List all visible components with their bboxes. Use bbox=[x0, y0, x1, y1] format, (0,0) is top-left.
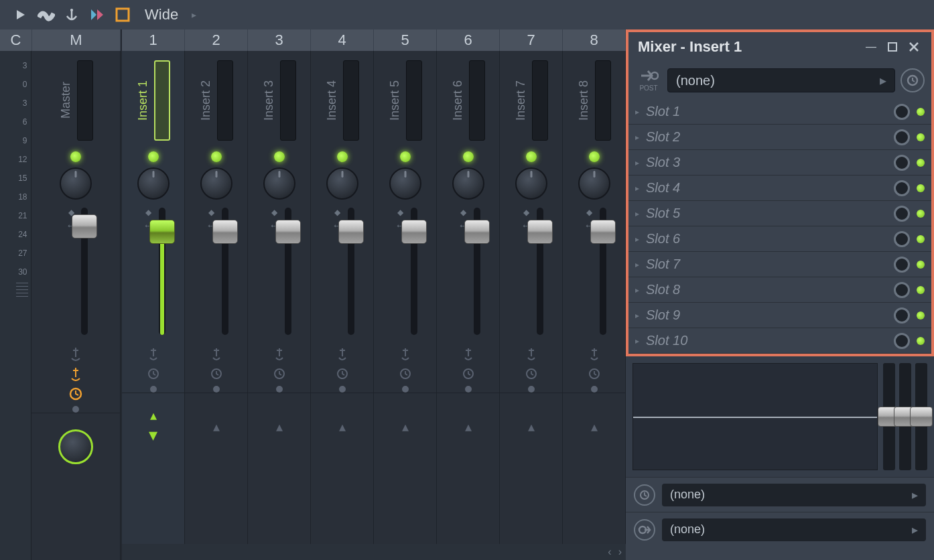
view-dropdown-icon[interactable]: ▸ bbox=[192, 9, 196, 20]
clock-icon[interactable] bbox=[586, 366, 602, 382]
fx-icon[interactable] bbox=[271, 346, 287, 362]
slot-arrow-icon[interactable]: ▸ bbox=[635, 184, 639, 193]
fx-slot-5[interactable]: ▸ Slot 5 bbox=[628, 201, 931, 226]
header-2[interactable]: 2 bbox=[185, 29, 248, 51]
output-selector[interactable]: (none) ▸ bbox=[662, 518, 926, 541]
pan-knob[interactable] bbox=[200, 167, 232, 200]
master-pan-knob[interactable] bbox=[60, 167, 92, 200]
header-8[interactable]: 8 bbox=[563, 29, 626, 51]
dock-dot[interactable] bbox=[150, 386, 157, 393]
slot-arrow-icon[interactable]: ▸ bbox=[635, 107, 639, 117]
header-4[interactable]: 4 bbox=[311, 29, 374, 51]
stereo-sep-icon[interactable]: ◆ bbox=[334, 208, 340, 217]
dock-dot[interactable] bbox=[72, 406, 79, 413]
insert-track-1[interactable]: Insert 1 ◆ ↔ ▴▾ bbox=[122, 51, 185, 544]
volume-fader[interactable] bbox=[537, 208, 543, 335]
clock-icon[interactable] bbox=[334, 366, 350, 382]
slot-enable-led[interactable] bbox=[917, 311, 925, 320]
minimize-icon[interactable]: — bbox=[863, 39, 879, 55]
send-up-icon[interactable]: ▴ bbox=[528, 419, 535, 435]
slot-mix-knob[interactable] bbox=[894, 307, 910, 324]
stereo-sep-icon[interactable]: ◆ bbox=[586, 208, 592, 217]
pan-knob[interactable] bbox=[263, 167, 295, 200]
fx-slot-7[interactable]: ▸ Slot 7 bbox=[628, 252, 931, 277]
clock-icon[interactable] bbox=[271, 366, 287, 382]
dock-dot[interactable] bbox=[339, 386, 346, 393]
h-scroll[interactable]: ‹ › bbox=[122, 544, 626, 560]
dock-dot[interactable] bbox=[213, 386, 220, 393]
panel-titlebar[interactable]: Mixer - Insert 1 — bbox=[628, 32, 931, 62]
pan-knob[interactable] bbox=[326, 167, 358, 200]
insert-track-6[interactable]: Insert 6 ◆ ↔ ▴ bbox=[437, 51, 500, 544]
clock-icon[interactable] bbox=[523, 366, 539, 382]
clock-icon[interactable] bbox=[397, 366, 413, 382]
send-up-icon[interactable]: ▴ bbox=[591, 419, 598, 435]
slot-arrow-icon[interactable]: ▸ bbox=[635, 285, 639, 295]
mute-led[interactable] bbox=[526, 151, 537, 162]
mute-led[interactable] bbox=[337, 151, 348, 162]
slot-arrow-icon[interactable]: ▸ bbox=[635, 260, 639, 269]
header-5[interactable]: 5 bbox=[374, 29, 437, 51]
send-down-icon[interactable]: ▾ bbox=[149, 425, 157, 445]
output-routing-icon[interactable] bbox=[634, 519, 655, 541]
mute-led[interactable] bbox=[274, 151, 285, 162]
stereo-sep-icon[interactable]: ◆ bbox=[523, 208, 529, 217]
play-icon[interactable] bbox=[12, 6, 29, 23]
scroll-right-icon[interactable]: › bbox=[618, 546, 622, 558]
slot-mix-knob[interactable] bbox=[894, 257, 910, 273]
slot-mix-knob[interactable] bbox=[894, 333, 910, 349]
fx-icon[interactable] bbox=[68, 346, 84, 362]
slot-arrow-icon[interactable]: ▸ bbox=[635, 133, 639, 142]
slot-mix-knob[interactable] bbox=[894, 104, 910, 120]
delay-selector[interactable]: (none) ▸ bbox=[662, 484, 926, 506]
square-icon[interactable] bbox=[114, 6, 131, 23]
fx-icon[interactable] bbox=[145, 346, 161, 362]
scroll-left-icon[interactable]: ‹ bbox=[608, 546, 611, 558]
wave-icon[interactable] bbox=[38, 6, 55, 23]
slot-arrow-icon[interactable]: ▸ bbox=[635, 158, 639, 167]
clock-icon[interactable] bbox=[460, 366, 476, 382]
mute-led[interactable] bbox=[400, 151, 411, 162]
send-up-icon[interactable]: ▴ bbox=[276, 419, 283, 435]
fx-slot-6[interactable]: ▸ Slot 6 bbox=[628, 226, 931, 252]
volume-fader[interactable] bbox=[348, 208, 354, 335]
post-routing-icon[interactable]: POST bbox=[635, 68, 662, 92]
send-up-icon[interactable]: ▴ bbox=[213, 419, 220, 435]
header-m[interactable]: M bbox=[32, 29, 121, 51]
pan-knob[interactable] bbox=[452, 167, 484, 200]
header-6[interactable]: 6 bbox=[437, 29, 500, 51]
slot-mix-knob[interactable] bbox=[894, 282, 910, 298]
eq-high-slider[interactable] bbox=[915, 363, 927, 470]
anchor-icon[interactable] bbox=[63, 6, 80, 23]
send-up-icon[interactable]: ▴ bbox=[339, 419, 346, 435]
slot-enable-led[interactable] bbox=[917, 337, 925, 345]
volume-fader[interactable] bbox=[159, 208, 165, 335]
slot-arrow-icon[interactable]: ▸ bbox=[635, 336, 639, 346]
slot-enable-led[interactable] bbox=[917, 235, 925, 243]
send-up-icon[interactable]: ▴ bbox=[150, 407, 157, 423]
slot-enable-led[interactable] bbox=[917, 108, 925, 116]
dock-dot[interactable] bbox=[402, 386, 409, 393]
fx-slot-4[interactable]: ▸ Slot 4 bbox=[628, 176, 931, 201]
fx-slot-3[interactable]: ▸ Slot 3 bbox=[628, 150, 931, 176]
header-1[interactable]: 1 bbox=[122, 29, 185, 51]
header-3[interactable]: 3 bbox=[248, 29, 311, 51]
master-mute-led[interactable] bbox=[70, 151, 81, 162]
stereo-sep-icon[interactable]: ◆ bbox=[460, 208, 466, 217]
close-icon[interactable] bbox=[906, 39, 922, 55]
pan-knob[interactable] bbox=[578, 167, 610, 200]
pan-knob[interactable] bbox=[137, 167, 170, 200]
delay-clock-icon[interactable] bbox=[634, 484, 655, 506]
slot-mix-knob[interactable] bbox=[894, 180, 910, 196]
dock-dot[interactable] bbox=[465, 386, 472, 393]
fx-icon[interactable] bbox=[208, 346, 224, 362]
slot-arrow-icon[interactable]: ▸ bbox=[635, 234, 639, 244]
volume-fader[interactable] bbox=[600, 208, 606, 335]
fx-icon[interactable] bbox=[397, 346, 413, 362]
slot-enable-led[interactable] bbox=[917, 159, 925, 167]
mute-led[interactable] bbox=[589, 151, 600, 162]
header-c[interactable]: C bbox=[0, 29, 32, 51]
fx-icon[interactable] bbox=[586, 346, 602, 362]
volume-fader[interactable] bbox=[222, 208, 228, 335]
fx-slot-1[interactable]: ▸ Slot 1 bbox=[628, 99, 931, 125]
